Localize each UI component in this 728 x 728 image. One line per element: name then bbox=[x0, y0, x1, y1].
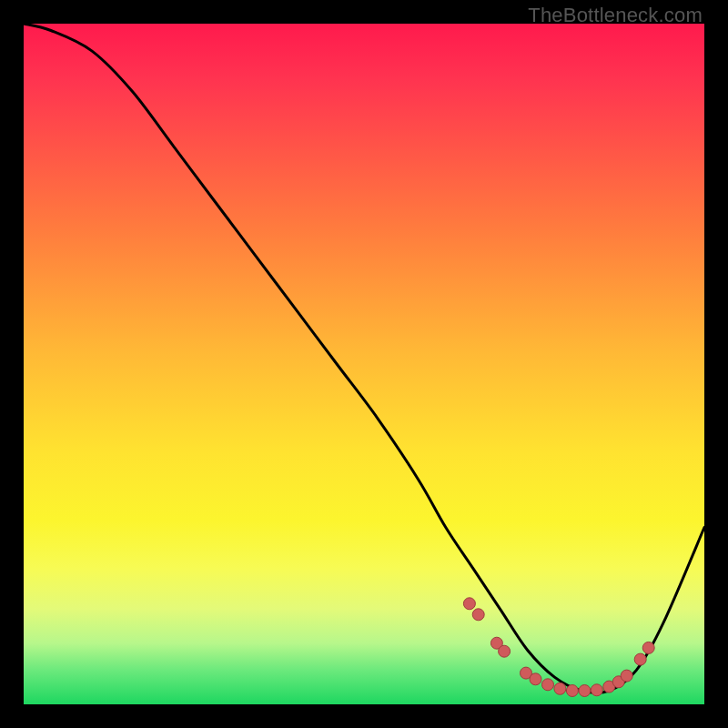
curve-marker bbox=[579, 685, 591, 697]
curve-marker bbox=[542, 679, 554, 691]
curve-marker bbox=[591, 684, 602, 696]
curve-marker bbox=[642, 642, 654, 653]
curve-marker bbox=[530, 673, 541, 685]
curve-marker bbox=[472, 609, 484, 621]
curve-marker bbox=[621, 670, 632, 682]
bottleneck-curve bbox=[24, 24, 704, 693]
curve-marker bbox=[499, 645, 511, 657]
curve-marker bbox=[634, 653, 646, 665]
curve-marker bbox=[463, 598, 475, 610]
curve-marker bbox=[566, 685, 578, 697]
chart-frame: TheBottleneck.com bbox=[0, 0, 728, 728]
curve-layer bbox=[24, 24, 704, 704]
curve-marker bbox=[554, 682, 566, 694]
